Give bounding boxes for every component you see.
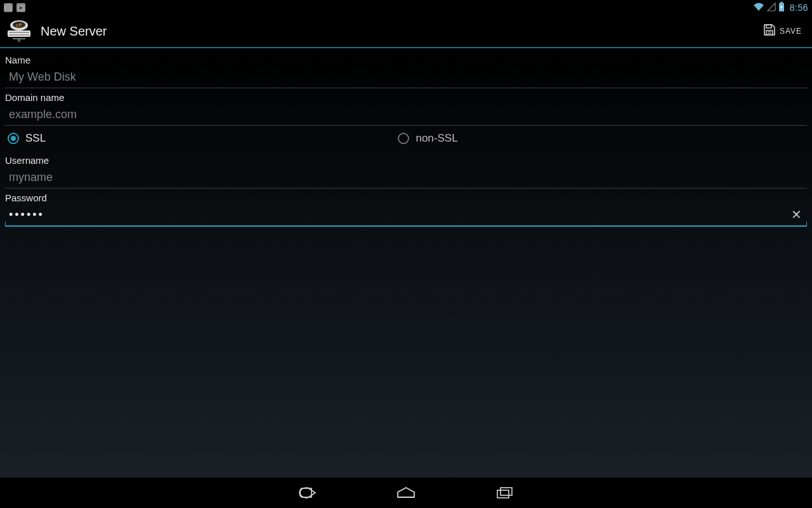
password-label: Password <box>5 190 807 204</box>
status-bar: 8:56 <box>0 0 812 15</box>
username-label: Username <box>5 152 807 167</box>
page-title: New Server <box>41 24 107 39</box>
radio-unchecked-icon <box>398 133 409 144</box>
save-button-label: SAVE <box>780 27 802 36</box>
svg-rect-13 <box>18 39 20 42</box>
domain-label: Domain name <box>5 90 807 104</box>
app-icon: cP <box>4 18 34 44</box>
password-input[interactable] <box>5 204 807 227</box>
username-input[interactable] <box>5 167 807 189</box>
ssl-radio-group: SSL non-SSL <box>5 126 807 151</box>
cell-signal-icon <box>767 3 776 13</box>
form-body: Name Domain name SSL non-SSL Username Pa… <box>0 48 812 478</box>
svg-rect-15 <box>766 30 773 35</box>
back-button[interactable] <box>296 484 318 502</box>
radio-checked-icon <box>8 133 19 144</box>
battery-icon <box>778 2 785 14</box>
domain-input[interactable] <box>5 104 807 126</box>
svg-rect-19 <box>501 488 512 495</box>
svg-rect-0 <box>4 5 12 11</box>
nav-bar <box>0 478 812 508</box>
save-button[interactable]: SAVE <box>759 20 806 43</box>
save-icon <box>763 23 776 39</box>
svg-rect-10 <box>9 32 29 33</box>
ssl-radio[interactable]: SSL <box>8 132 398 145</box>
svg-rect-18 <box>497 490 509 498</box>
name-label: Name <box>5 52 807 67</box>
ssl-radio-label: SSL <box>25 132 46 145</box>
status-right-icons: 8:56 <box>753 2 808 14</box>
clock-text: 8:56 <box>790 3 808 13</box>
clear-icon[interactable]: ✕ <box>791 206 802 222</box>
recent-apps-button[interactable] <box>494 484 516 502</box>
name-input[interactable] <box>5 67 807 88</box>
home-button[interactable] <box>395 484 417 502</box>
play-store-icon <box>16 3 25 12</box>
status-left-icons <box>4 3 25 12</box>
svg-rect-9 <box>8 30 30 37</box>
nonssl-radio-label: non-SSL <box>416 132 457 145</box>
svg-text:cP: cP <box>16 22 22 28</box>
nonssl-radio[interactable]: non-SSL <box>398 132 788 145</box>
svg-rect-4 <box>780 2 783 3</box>
svg-rect-11 <box>9 34 29 36</box>
notification-icon <box>4 3 13 12</box>
wifi-icon <box>753 3 764 13</box>
action-bar: cP New Server SAVE <box>0 15 812 48</box>
svg-rect-12 <box>13 38 25 39</box>
